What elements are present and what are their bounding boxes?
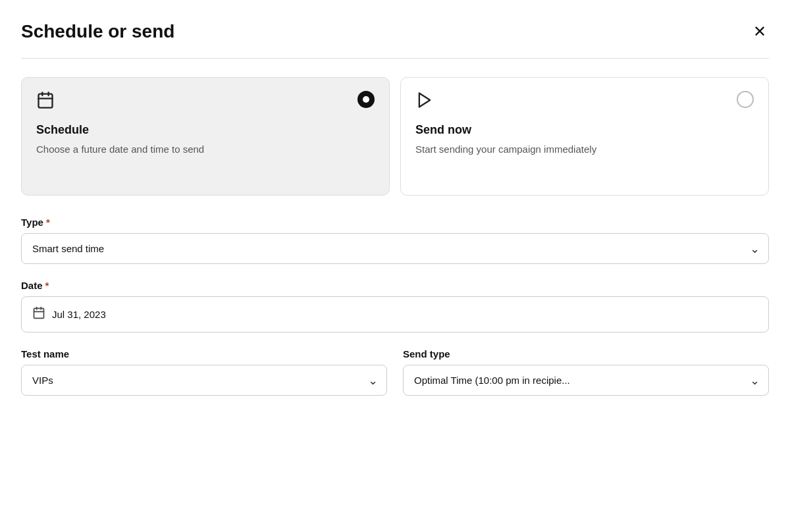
test-name-select-wrapper: VIPs ⌄: [21, 365, 387, 396]
send-now-card[interactable]: Send now Start sending your campaign imm…: [400, 77, 769, 196]
svg-marker-4: [419, 93, 430, 107]
type-required-star: *: [46, 217, 50, 228]
modal-header: Schedule or send ✕: [21, 21, 769, 42]
option-cards-container: Schedule Choose a future date and time t…: [21, 77, 769, 196]
send-now-card-description: Start sending your campaign immediately: [415, 142, 754, 157]
modal-title: Schedule or send: [21, 21, 174, 42]
send-type-section: Send type Optimal Time (10:00 pm in reci…: [403, 348, 769, 396]
schedule-card-description: Choose a future date and time to send: [36, 142, 375, 157]
send-type-select[interactable]: Optimal Time (10:00 pm in recipie...: [403, 365, 769, 396]
date-input[interactable]: Jul 31, 2023: [21, 296, 769, 332]
send-icon: [415, 91, 434, 114]
send-now-card-title: Send now: [415, 123, 754, 137]
send-type-label: Send type: [403, 348, 769, 359]
schedule-card-top: [36, 91, 375, 114]
test-name-section: Test name VIPs ⌄: [21, 348, 387, 396]
type-select-wrapper: Smart send time ⌄: [21, 233, 769, 264]
date-label: Date *: [21, 280, 769, 291]
send-type-select-wrapper: Optimal Time (10:00 pm in recipie... ⌄: [403, 365, 769, 396]
send-now-card-top: [415, 91, 754, 114]
close-icon: ✕: [753, 22, 766, 40]
schedule-card[interactable]: Schedule Choose a future date and time t…: [21, 77, 390, 196]
date-required-star: *: [45, 280, 49, 291]
svg-rect-0: [39, 94, 53, 108]
test-name-select[interactable]: VIPs: [21, 365, 387, 396]
schedule-or-send-modal: Schedule or send ✕ Schedule: [0, 0, 790, 532]
send-now-radio[interactable]: [737, 91, 754, 108]
bottom-fields-row: Test name VIPs ⌄ Send type Optimal Time …: [21, 348, 769, 412]
type-field-section: Type * Smart send time ⌄: [21, 217, 769, 264]
svg-rect-5: [34, 308, 44, 318]
date-value: Jul 31, 2023: [52, 309, 106, 320]
close-button[interactable]: ✕: [750, 21, 769, 42]
type-label: Type *: [21, 217, 769, 228]
date-calendar-icon: [32, 306, 45, 323]
schedule-card-title: Schedule: [36, 123, 375, 137]
calendar-icon: [36, 91, 55, 114]
date-field-section: Date * Jul 31, 2023: [21, 280, 769, 332]
test-name-label: Test name: [21, 348, 387, 359]
schedule-radio[interactable]: [357, 91, 375, 108]
type-select[interactable]: Smart send time: [21, 233, 769, 264]
header-divider: [21, 58, 769, 59]
